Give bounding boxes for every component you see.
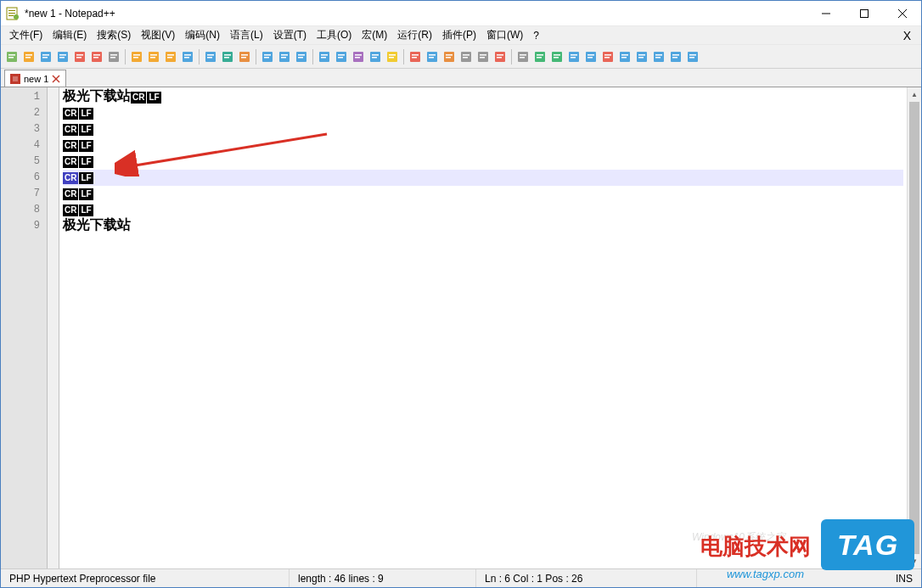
editor-line[interactable]: 极光下载站CRLF — [63, 89, 903, 105]
watermark-text: 电脑技术网 — [700, 532, 811, 562]
editor-line[interactable]: CRLF — [63, 154, 903, 170]
record-icon[interactable] — [492, 49, 508, 64]
line-number-gutter[interactable]: 123456789 — [1, 87, 48, 568]
watermark-url: www.tagxp.com — [727, 568, 804, 580]
sync-v-icon[interactable] — [294, 49, 309, 64]
save-macro-icon[interactable] — [566, 49, 582, 64]
svg-rect-100 — [554, 54, 560, 56]
svg-rect-59 — [298, 57, 303, 59]
svg-rect-92 — [497, 57, 502, 59]
editor-line[interactable]: CRLF — [63, 186, 903, 202]
menu-language[interactable]: 语言(L) — [225, 26, 268, 44]
menu-tools[interactable]: 工具(O) — [312, 26, 357, 44]
svg-rect-83 — [446, 57, 451, 59]
spacer5[interactable] — [651, 49, 666, 64]
svg-rect-79 — [429, 54, 436, 56]
svg-rect-53 — [264, 57, 269, 59]
editor-line[interactable]: 极光下载站 — [63, 218, 903, 234]
doc-map-icon[interactable] — [408, 49, 423, 64]
svg-rect-44 — [207, 57, 212, 59]
svg-rect-37 — [167, 54, 174, 56]
fold-margin[interactable] — [48, 87, 59, 568]
menu-run[interactable]: 运行(R) — [392, 26, 437, 44]
zoom-in-icon[interactable] — [260, 49, 275, 64]
menu-x-button[interactable]: X — [903, 29, 911, 42]
maximize-button[interactable] — [845, 1, 883, 25]
tab-close-icon[interactable] — [52, 75, 60, 83]
svg-rect-88 — [480, 54, 486, 56]
spacer4[interactable] — [634, 49, 649, 64]
new-file-icon[interactable] — [4, 49, 20, 64]
menu-file[interactable]: 文件(F) — [4, 26, 48, 44]
editor-line[interactable]: CRLF — [63, 137, 903, 154]
sync-h-icon[interactable] — [317, 49, 332, 64]
zoom-out-icon[interactable] — [277, 49, 292, 64]
spacer2[interactable] — [600, 49, 616, 64]
menu-help[interactable]: ? — [528, 28, 544, 43]
indent-icon[interactable] — [368, 49, 383, 64]
menu-settings[interactable]: 设置(T) — [268, 26, 312, 44]
svg-rect-125 — [689, 57, 694, 59]
menu-window[interactable]: 窗口(W) — [481, 26, 528, 44]
play-icon[interactable] — [532, 49, 548, 64]
close-all-icon[interactable] — [89, 49, 104, 64]
stop-icon[interactable] — [515, 49, 531, 64]
minimize-button[interactable] — [807, 1, 845, 25]
svg-rect-124 — [689, 54, 696, 56]
cut-icon[interactable] — [129, 49, 144, 64]
svg-rect-11 — [8, 57, 14, 59]
menu-view[interactable]: 视图(V) — [136, 26, 180, 44]
spacer3[interactable] — [617, 49, 632, 64]
print-icon[interactable] — [106, 49, 121, 64]
svg-rect-73 — [389, 54, 396, 56]
all-chars-icon[interactable] — [351, 49, 366, 64]
svg-rect-50 — [241, 57, 246, 59]
toolbar — [1, 45, 921, 69]
close-icon[interactable] — [72, 49, 87, 64]
redo-icon[interactable] — [203, 49, 218, 64]
editor-line[interactable]: CRLF — [63, 170, 903, 186]
menu-edit[interactable]: 编辑(E) — [48, 26, 92, 44]
folder-icon[interactable] — [385, 49, 400, 64]
spacer6[interactable] — [668, 49, 683, 64]
spacer1[interactable] — [583, 49, 599, 64]
svg-rect-3 — [8, 15, 14, 16]
svg-rect-13 — [25, 54, 32, 56]
func-list-icon[interactable] — [441, 49, 457, 64]
monitor-icon[interactable] — [475, 49, 491, 64]
svg-rect-103 — [571, 54, 577, 56]
doc-list-icon[interactable] — [424, 49, 440, 64]
save-all-icon[interactable] — [55, 49, 70, 64]
text-editor[interactable]: 极光下载站CRLFCRLFCRLFCRLFCRLFCRLFCRLFCRLF极光下… — [59, 87, 907, 568]
tab-modified-icon — [10, 74, 20, 84]
svg-rect-6 — [860, 9, 868, 17]
svg-rect-28 — [110, 54, 117, 56]
menu-plugins[interactable]: 插件(P) — [437, 26, 481, 44]
folder-tree-icon[interactable] — [458, 49, 474, 64]
editor-line[interactable]: CRLF — [63, 121, 903, 137]
save-icon[interactable] — [38, 49, 53, 64]
copy-icon[interactable] — [146, 49, 161, 64]
open-file-icon[interactable] — [21, 49, 37, 64]
replace-icon[interactable] — [237, 49, 252, 64]
menu-macro[interactable]: 宏(M) — [357, 26, 392, 44]
tab-new1[interactable]: new 1 — [4, 70, 66, 87]
vertical-scrollbar[interactable]: ▲ ▼ — [907, 87, 921, 568]
play-multi-icon[interactable] — [549, 49, 565, 64]
editor-line[interactable]: CRLF — [63, 105, 903, 121]
menu-encoding[interactable]: 编码(N) — [180, 26, 225, 44]
editor-line[interactable]: CRLF — [63, 202, 903, 218]
svg-rect-20 — [59, 57, 65, 59]
close-button[interactable] — [883, 1, 921, 25]
spacer7[interactable] — [685, 49, 700, 64]
wrap-icon[interactable] — [334, 49, 349, 64]
menu-search[interactable]: 搜索(S) — [92, 26, 136, 44]
paste-icon[interactable] — [163, 49, 178, 64]
svg-rect-89 — [480, 57, 485, 59]
window-title: *new 1 - Notepad++ — [25, 8, 807, 20]
undo-icon[interactable] — [180, 49, 195, 64]
svg-rect-1 — [8, 10, 15, 11]
scroll-up-icon[interactable]: ▲ — [908, 87, 921, 102]
find-icon[interactable] — [220, 49, 235, 64]
titlebar: *new 1 - Notepad++ — [1, 1, 921, 26]
